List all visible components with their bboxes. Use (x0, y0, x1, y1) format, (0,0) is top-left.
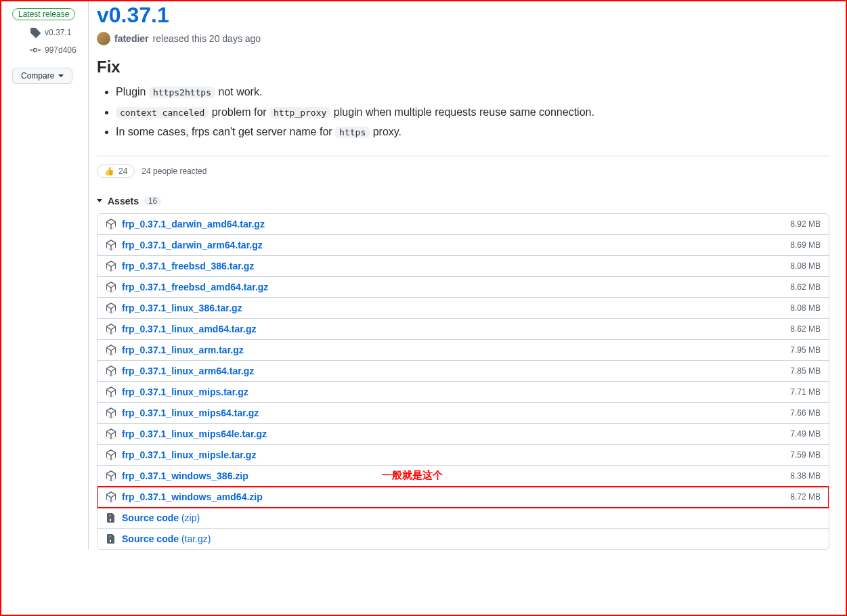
asset-size: 8.92 MB (790, 219, 821, 229)
tag-icon (30, 27, 41, 38)
asset-row[interactable]: frp_0.37.1_linux_mips64.tar.gz7.66 MB (97, 403, 829, 424)
asset-link[interactable]: frp_0.37.1_linux_mips64le.tar.gz (122, 428, 267, 439)
code-literal: http_proxy (269, 107, 330, 118)
asset-link[interactable]: frp_0.37.1_linux_amd64.tar.gz (122, 324, 256, 334)
asset-link[interactable]: frp_0.37.1_darwin_amd64.tar.gz (122, 219, 265, 229)
package-icon (106, 428, 116, 439)
thumbs-up-reaction[interactable]: 👍 24 (97, 164, 135, 178)
package-icon (106, 408, 116, 418)
package-icon (106, 240, 116, 250)
code-literal: https (335, 127, 370, 138)
assets-label: Assets (108, 196, 139, 206)
file-zip-icon (106, 533, 116, 544)
changelog-item: Plugin https2https not work. (116, 83, 829, 101)
asset-row[interactable]: frp_0.37.1_darwin_amd64.tar.gz8.92 MB (97, 214, 829, 235)
asset-size: 7.66 MB (790, 408, 821, 418)
asset-list: frp_0.37.1_darwin_amd64.tar.gz8.92 MBfrp… (97, 213, 829, 550)
asset-size: 7.59 MB (790, 450, 821, 460)
asset-link[interactable]: frp_0.37.1_darwin_arm64.tar.gz (122, 240, 263, 250)
author-name[interactable]: fatedier (114, 33, 149, 44)
release-meta: fatedier released this 20 days ago (97, 32, 829, 45)
asset-size: 8.62 MB (790, 282, 821, 292)
code-literal: context canceled (116, 107, 209, 118)
latest-release-badge: Latest release (12, 8, 75, 20)
asset-row[interactable]: frp_0.37.1_freebsd_386.tar.gz8.08 MB (97, 256, 829, 277)
file-zip-icon (106, 512, 116, 523)
release-main: v0.37.1 fatedier released this 20 days a… (88, 1, 846, 550)
package-icon (106, 219, 116, 229)
avatar[interactable] (97, 32, 110, 45)
asset-row[interactable]: frp_0.37.1_freebsd_amd64.tar.gz8.62 MB (97, 277, 829, 298)
caret-down-icon (97, 199, 102, 202)
tag-row[interactable]: v0.37.1 (30, 27, 83, 38)
package-icon (106, 303, 116, 313)
package-icon (106, 366, 116, 376)
asset-row[interactable]: Source code (zip) (97, 508, 829, 529)
asset-link[interactable]: frp_0.37.1_linux_mips64.tar.gz (122, 408, 259, 418)
asset-row[interactable]: frp_0.37.1_windows_386.zip一般就是这个8.38 MB (97, 466, 829, 487)
asset-size: 7.95 MB (790, 345, 821, 355)
asset-size: 7.71 MB (790, 387, 821, 397)
asset-row[interactable]: frp_0.37.1_linux_arm64.tar.gz7.85 MB (97, 361, 829, 382)
asset-size: 8.69 MB (790, 240, 821, 250)
asset-link[interactable]: frp_0.37.1_windows_386.zip (122, 470, 248, 481)
asset-link[interactable]: frp_0.37.1_windows_amd64.zip (122, 491, 263, 502)
asset-link[interactable]: frp_0.37.1_freebsd_amd64.tar.gz (122, 282, 268, 292)
commit-label: 997d406 (45, 45, 77, 55)
changelog-list: Plugin https2https not work.context canc… (97, 83, 829, 141)
asset-link[interactable]: frp_0.37.1_linux_386.tar.gz (122, 303, 242, 313)
asset-size: 8.08 MB (790, 303, 821, 313)
asset-size: 8.08 MB (790, 261, 821, 271)
package-icon (106, 387, 116, 397)
code-literal: https2https (149, 87, 215, 98)
reactions-bar: 👍 24 24 people reacted (97, 156, 829, 186)
asset-row[interactable]: frp_0.37.1_linux_arm.tar.gz7.95 MB (97, 340, 829, 361)
asset-link[interactable]: frp_0.37.1_linux_arm.tar.gz (122, 345, 244, 355)
fix-heading: Fix (97, 58, 829, 76)
annotation-text: 一般就是这个 (382, 469, 443, 482)
asset-size: 7.85 MB (790, 366, 821, 376)
tag-label: v0.37.1 (45, 28, 71, 37)
asset-row[interactable]: frp_0.37.1_darwin_arm64.tar.gz8.69 MB (97, 235, 829, 256)
package-icon (106, 449, 116, 460)
asset-row[interactable]: frp_0.37.1_linux_386.tar.gz8.08 MB (97, 298, 829, 319)
commit-icon (30, 45, 41, 56)
asset-link[interactable]: Source code (zip) (122, 512, 200, 523)
changelog-item: context canceled problem for http_proxy … (116, 104, 829, 121)
reaction-summary: 24 people reacted (142, 167, 207, 176)
package-icon (106, 282, 116, 292)
caret-down-icon (58, 74, 64, 77)
release-title[interactable]: v0.37.1 (97, 3, 829, 28)
asset-row[interactable]: frp_0.37.1_linux_mips64le.tar.gz7.49 MB (97, 424, 829, 445)
asset-row[interactable]: frp_0.37.1_linux_amd64.tar.gz8.62 MB (97, 319, 829, 340)
package-icon (106, 491, 116, 502)
commit-row[interactable]: 997d406 (30, 45, 83, 56)
asset-size: 8.38 MB (790, 471, 821, 481)
released-text: released this 20 days ago (153, 33, 261, 44)
asset-link[interactable]: Source code (tar.gz) (122, 533, 211, 544)
package-icon (106, 261, 116, 271)
asset-row[interactable]: frp_0.37.1_windows_amd64.zip8.72 MB (97, 487, 829, 508)
changelog-item: In some cases, frps can't get server nam… (116, 123, 829, 141)
compare-label: Compare (21, 71, 54, 81)
asset-link[interactable]: frp_0.37.1_freebsd_386.tar.gz (122, 261, 254, 271)
asset-link[interactable]: frp_0.37.1_linux_mipsle.tar.gz (122, 449, 256, 460)
compare-button[interactable]: Compare (12, 68, 72, 84)
asset-size: 8.62 MB (790, 324, 821, 334)
asset-row[interactable]: frp_0.37.1_linux_mipsle.tar.gz7.59 MB (97, 445, 829, 466)
assets-count: 16 (144, 196, 161, 206)
package-icon (106, 345, 116, 355)
thumbs-up-icon: 👍 (104, 167, 114, 176)
asset-row[interactable]: frp_0.37.1_linux_mips.tar.gz7.71 MB (97, 382, 829, 403)
package-icon (106, 470, 116, 481)
asset-size: 8.72 MB (790, 492, 821, 502)
asset-row[interactable]: Source code (tar.gz) (97, 529, 829, 549)
assets-toggle[interactable]: Assets 16 (97, 186, 829, 213)
asset-size: 7.49 MB (790, 429, 821, 439)
release-sidebar: Latest release v0.37.1 997d406 Compare (1, 1, 88, 550)
package-icon (106, 324, 116, 334)
reaction-count: 24 (118, 167, 127, 176)
asset-link[interactable]: frp_0.37.1_linux_mips.tar.gz (122, 387, 248, 397)
asset-link[interactable]: frp_0.37.1_linux_arm64.tar.gz (122, 366, 254, 376)
